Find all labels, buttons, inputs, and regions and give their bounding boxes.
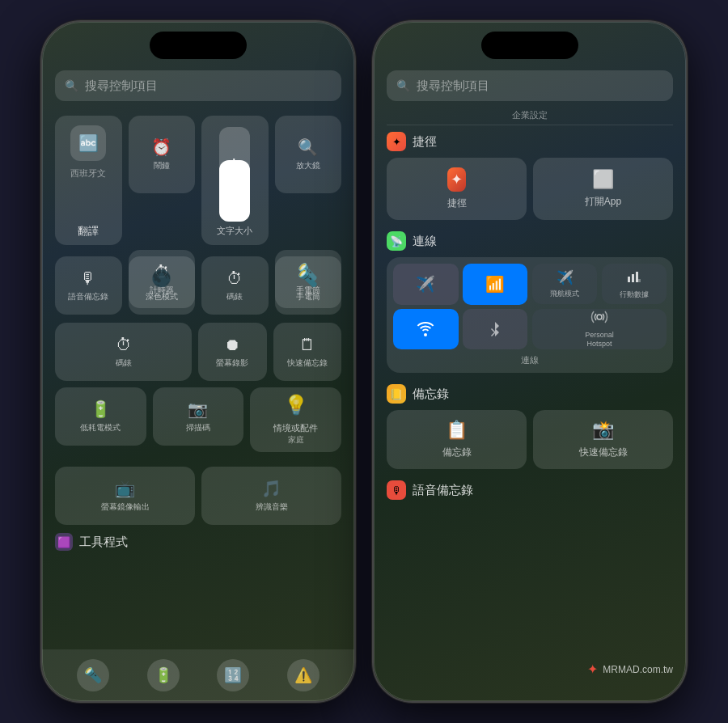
dark-mode-label: 深色模式: [146, 291, 178, 302]
shazam-icon: 🎵: [261, 479, 281, 498]
connection-section-icon: 📡: [387, 231, 406, 251]
clock-cell[interactable]: ⏰ 鬧鐘: [129, 116, 196, 193]
notes-section-icon: 📒: [387, 384, 406, 404]
connection-title: 連線: [413, 234, 437, 249]
stopwatch-cell[interactable]: ⏱ 碼錶: [201, 256, 269, 315]
home-label: 情境或配件: [273, 422, 318, 434]
shazam-label: 辨識音樂: [256, 501, 288, 513]
row3: 🔋 低耗電模式 📷 掃描碼 💡 情境或配件 家庭: [55, 387, 341, 452]
search-icon-right: 🔍: [396, 79, 410, 92]
scan-code-icon: 📷: [188, 400, 208, 419]
phone-right: 🔍 搜尋控制項目 企業設定 ✦ 捷徑 ✦ 捷徑 ⬜ 打開App: [372, 20, 688, 703]
personal-hotspot-cell[interactable]: PersonalHotspot: [532, 309, 667, 349]
connection-bottom-label: 連線: [393, 354, 667, 366]
search-placeholder-left: 搜尋控制項目: [85, 78, 158, 94]
flashlight-row2-icon: 🔦: [298, 268, 318, 288]
voice-section-icon: 🎙: [387, 480, 406, 500]
bottom-bar-left: 🔦 🔋 🔢 ⚠️: [42, 649, 354, 701]
quick-notes-icon: 📸: [592, 420, 614, 441]
shortcuts-section-icon: ✦: [387, 132, 406, 151]
tools-icon: 🟪: [55, 533, 73, 551]
voice-memo-cell[interactable]: 🎙 語音備忘錄: [55, 256, 122, 315]
notes-label: 備忘錄: [442, 446, 472, 459]
tools-title: 工具程式: [79, 535, 128, 550]
bluetooth-btn[interactable]: [463, 309, 528, 350]
clock-label: 鬧鐘: [154, 160, 170, 171]
textsize-cell[interactable]: 大小 文字大小: [201, 116, 269, 245]
notes-section: 📒 備忘錄 📋 備忘錄 📸 快速備忘錄: [387, 384, 673, 469]
textsize-label: 文字大小: [217, 225, 252, 237]
bottom-battery[interactable]: 🔋: [147, 659, 180, 691]
personal-hotspot-label: PersonalHotspot: [585, 331, 614, 349]
flashlight-row2-cell[interactable]: 🔦 手電筒: [275, 256, 342, 315]
mobile-data-cell[interactable]: 行動數據: [602, 264, 667, 304]
bottom-calc[interactable]: 🔢: [217, 659, 249, 691]
scan-code-cell[interactable]: 📷 掃描碼: [153, 387, 244, 446]
wifi-active-btn[interactable]: 📶: [463, 264, 528, 305]
notes-cell[interactable]: 📋 備忘錄: [387, 410, 527, 469]
wifi-btn[interactable]: [393, 309, 459, 350]
magnifier-label: 放大鏡: [296, 160, 320, 171]
dark-mode-icon: 🌑: [151, 268, 171, 288]
battery-save-cell[interactable]: 🔋 低耗電模式: [55, 387, 146, 446]
connection-section: 📡 連線 ✈️ 📶: [387, 231, 673, 373]
quick-memo-icon: 🗒: [299, 336, 315, 354]
voice-memo-section: 🎙 語音備忘錄: [387, 480, 673, 500]
search-icon-left: 🔍: [65, 79, 78, 92]
stopwatch-label: 碼錶: [226, 291, 243, 302]
quick-memo-cell[interactable]: 🗒 快速備忘錄: [273, 323, 342, 381]
screen-mirror-cell[interactable]: 📺 螢幕鏡像輸出: [55, 467, 195, 525]
watermark-logo: ✦: [587, 662, 598, 677]
stopwatch-icon: ⏱: [226, 269, 243, 288]
stopwatch-wide-cell[interactable]: ⏱ 碼錶: [55, 323, 192, 381]
svg-point-4: [597, 315, 602, 319]
screen-record-label: 螢幕錄影: [216, 357, 248, 369]
bottom-flashlight[interactable]: 🔦: [77, 659, 109, 691]
shortcuts-grid: ✦ 捷徑 ⬜ 打開App: [387, 158, 673, 220]
screen-record-cell[interactable]: ⏺ 螢幕錄影: [198, 323, 267, 381]
phone-left: 🔍 搜尋控制項目 🔤 西班牙文 翻譯 ⏰ 鬧鐘 大小: [40, 20, 356, 703]
shortcuts-title: 捷徑: [413, 134, 437, 150]
notes-icon: 📋: [446, 420, 468, 441]
notes-title: 備忘錄: [413, 387, 449, 402]
quick-notes-label: 快速備忘錄: [579, 446, 628, 459]
light-bulb-icon: 💡: [284, 394, 308, 416]
shortcuts-section: ✦ 捷徑 ✦ 捷徑 ⬜ 打開App: [387, 132, 673, 220]
airplane-btn[interactable]: ✈️: [393, 264, 459, 305]
home-sublabel: 家庭: [273, 434, 318, 446]
shazam-cell[interactable]: 🎵 辨識音樂: [201, 467, 341, 525]
openapp-label: 打開App: [585, 195, 621, 209]
tools-section-header: 🟪 工具程式: [55, 533, 341, 551]
content-left: 🔤 西班牙文 翻譯 ⏰ 鬧鐘 大小 文字大小 🔍 放大鏡: [42, 109, 354, 701]
search-bar-right[interactable]: 🔍 搜尋控制項目: [387, 70, 673, 101]
translate-label: 翻譯: [78, 224, 99, 239]
search-placeholder-right: 搜尋控制項目: [417, 78, 489, 94]
translate-cell[interactable]: 🔤 西班牙文 翻譯: [55, 116, 122, 245]
dark-mode-cell[interactable]: 🌑 深色模式: [129, 256, 196, 315]
conn-quad: ✈️ 📶: [393, 264, 527, 349]
airplane-mode-cell[interactable]: ✈️ 飛航模式: [532, 264, 597, 304]
stopwatch-wide-icon: ⏱: [116, 336, 132, 354]
clock-icon: ⏰: [151, 137, 171, 157]
quick-notes-cell[interactable]: 📸 快速備忘錄: [533, 410, 673, 469]
home-accessory-cell[interactable]: 💡 情境或配件 家庭: [250, 387, 341, 452]
shortcut-openapp-cell[interactable]: ⬜ 打開App: [533, 158, 673, 220]
shortcut-shortcuts-cell[interactable]: ✦ 捷徑: [387, 158, 527, 220]
scan-code-label: 掃描碼: [186, 422, 210, 433]
shortcut-label: 捷徑: [447, 197, 467, 210]
screen-mirror-label: 螢幕鏡像輸出: [101, 501, 150, 513]
airplane-mode-label: 飛航模式: [550, 289, 579, 299]
quick-memo-label: 快速備忘錄: [287, 357, 328, 369]
voice-memo-icon: 🎙: [80, 269, 96, 288]
bottom-alert[interactable]: ⚠️: [287, 659, 320, 691]
magnifier-cell[interactable]: 🔍 放大鏡: [275, 116, 342, 193]
partial-item: 企業設定: [387, 109, 673, 125]
flashlight-row2-label: 手電筒: [296, 291, 320, 302]
search-bar-left[interactable]: 🔍 搜尋控制項目: [55, 70, 341, 101]
watermark: ✦ MRMAD.com.tw: [587, 662, 673, 677]
mobile-data-label: 行動數據: [620, 290, 649, 300]
shortcuts-header: ✦ 捷徑: [387, 132, 673, 151]
voice-memo-label: 語音備忘錄: [68, 291, 108, 302]
screen-record-icon: ⏺: [224, 336, 240, 354]
notes-header: 📒 備忘錄: [387, 384, 673, 404]
